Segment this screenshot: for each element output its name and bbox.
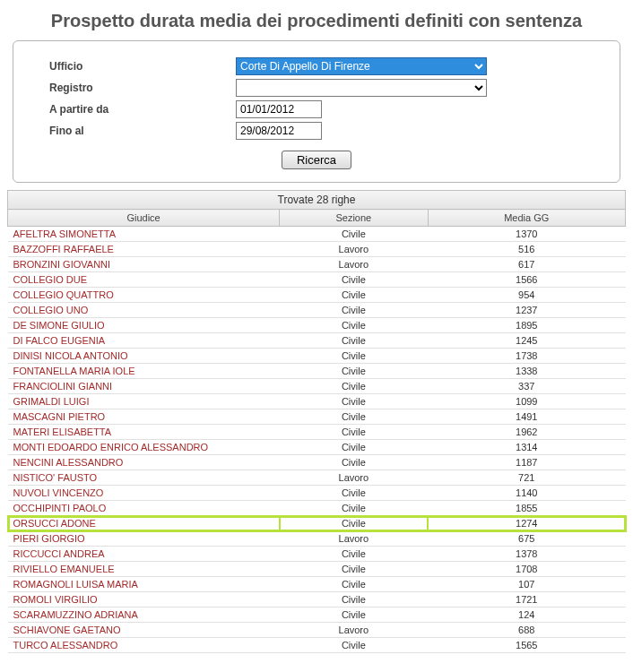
table-row[interactable]: ORSUCCI ADONECivile1274 [8, 516, 626, 531]
table-row[interactable]: AFELTRA SIMONETTACivile1370 [8, 227, 626, 242]
cell-media: 688 [428, 623, 625, 638]
page-title: Prospetto durata media dei procedimenti … [7, 11, 626, 31]
cell-giudice[interactable]: SCARAMUZZINO ADRIANA [8, 607, 280, 623]
table-row[interactable]: OCCHIPINTI PAOLOCivile1855 [8, 501, 626, 516]
table-row[interactable]: DE SIMONE GIULIOCivile1895 [8, 318, 626, 333]
search-button[interactable]: Ricerca [282, 151, 351, 169]
col-header-sezione[interactable]: Sezione [280, 210, 428, 227]
cell-giudice[interactable]: DE SIMONE GIULIO [8, 318, 280, 333]
cell-giudice[interactable]: FONTANELLA MARIA IOLE [8, 364, 280, 379]
cell-giudice[interactable]: NISTICO' FAUSTO [8, 470, 280, 486]
cell-media: 1245 [428, 333, 625, 349]
cell-sezione: Lavoro [280, 531, 428, 547]
cell-media: 107 [428, 577, 625, 592]
table-row[interactable]: COLLEGIO DUECivile1566 [8, 272, 626, 288]
cell-giudice[interactable]: ROMOLI VIRGILIO [8, 592, 280, 607]
table-row[interactable]: FONTANELLA MARIA IOLECivile1338 [8, 364, 626, 379]
cell-giudice[interactable]: MATERI ELISABETTA [8, 425, 280, 440]
cell-giudice[interactable]: FRANCIOLINI GIANNI [8, 379, 280, 394]
table-row[interactable]: PIERI GIORGIOLavoro675 [8, 531, 626, 547]
cell-giudice[interactable]: RIVIELLO EMANUELE [8, 562, 280, 577]
cell-giudice[interactable]: RICCUCCI ANDREA [8, 547, 280, 562]
cell-giudice[interactable]: COLLEGIO UNO [8, 303, 280, 318]
from-label: A partire da [46, 99, 232, 120]
cell-sezione: Civile [280, 592, 428, 607]
table-row[interactable]: COLLEGIO QUATTROCivile954 [8, 288, 626, 303]
ufficio-label: Ufficio [46, 56, 232, 77]
table-row[interactable]: MATERI ELISABETTACivile1962 [8, 425, 626, 440]
cell-giudice[interactable]: MASCAGNI PIETRO [8, 409, 280, 425]
table-row[interactable]: MASCAGNI PIETROCivile1491 [8, 409, 626, 425]
cell-media: 721 [428, 470, 625, 486]
table-row[interactable]: FRANCIOLINI GIANNICivile337 [8, 379, 626, 394]
cell-media: 1721 [428, 592, 625, 607]
cell-sezione: Civile [280, 455, 428, 470]
col-header-giudice[interactable]: Giudice [8, 210, 280, 227]
table-row[interactable]: RICCUCCI ANDREACivile1378 [8, 547, 626, 562]
cell-giudice[interactable]: MONTI EDOARDO ENRICO ALESSANDRO [8, 440, 280, 455]
to-label: Fino al [46, 120, 232, 142]
cell-giudice[interactable]: SCHIAVONE GAETANO [8, 623, 280, 638]
cell-media: 1855 [428, 501, 625, 516]
table-row[interactable]: TURCO ALESSANDROCivile1565 [8, 638, 626, 653]
cell-sezione: Civile [280, 547, 428, 562]
cell-giudice[interactable]: AFELTRA SIMONETTA [8, 227, 280, 242]
cell-sezione: Lavoro [280, 470, 428, 486]
cell-giudice[interactable]: COLLEGIO QUATTRO [8, 288, 280, 303]
cell-media: 1140 [428, 486, 625, 501]
filter-table: Ufficio Corte Di Appello Di Firenze Regi… [46, 56, 587, 142]
cell-giudice[interactable]: TURCO ALESSANDRO [8, 638, 280, 653]
ufficio-select[interactable]: Corte Di Appello Di Firenze [236, 57, 487, 75]
cell-sezione: Civile [280, 349, 428, 364]
cell-sezione: Civile [280, 486, 428, 501]
cell-media: 1738 [428, 349, 625, 364]
cell-giudice[interactable]: DI FALCO EUGENIA [8, 333, 280, 349]
cell-media: 1237 [428, 303, 625, 318]
table-row[interactable]: ROMAGNOLI LUISA MARIACivile107 [8, 577, 626, 592]
cell-giudice[interactable]: DINISI NICOLA ANTONIO [8, 349, 280, 364]
table-row[interactable]: GRIMALDI LUIGICivile1099 [8, 394, 626, 409]
from-date-input[interactable] [236, 100, 322, 118]
table-row[interactable]: DINISI NICOLA ANTONIOCivile1738 [8, 349, 626, 364]
cell-media: 124 [428, 607, 625, 623]
table-row[interactable]: COLLEGIO UNOCivile1237 [8, 303, 626, 318]
registro-select[interactable] [236, 79, 487, 97]
table-row[interactable]: NENCINI ALESSANDROCivile1187 [8, 455, 626, 470]
cell-giudice[interactable]: ROMAGNOLI LUISA MARIA [8, 577, 280, 592]
table-row[interactable]: NISTICO' FAUSTOLavoro721 [8, 470, 626, 486]
cell-giudice[interactable]: PIERI GIORGIO [8, 531, 280, 547]
table-row[interactable]: BAZZOFFI RAFFAELELavoro516 [8, 242, 626, 257]
cell-sezione: Civile [280, 425, 428, 440]
cell-giudice[interactable]: NUVOLI VINCENZO [8, 486, 280, 501]
cell-media: 1370 [428, 227, 625, 242]
table-row[interactable]: RIVIELLO EMANUELECivile1708 [8, 562, 626, 577]
table-row[interactable]: ROMOLI VIRGILIOCivile1721 [8, 592, 626, 607]
cell-sezione: Civile [280, 562, 428, 577]
cell-media: 1099 [428, 394, 625, 409]
cell-media: 675 [428, 531, 625, 547]
cell-sezione: Civile [280, 303, 428, 318]
cell-sezione: Civile [280, 333, 428, 349]
col-header-media[interactable]: Media GG [428, 210, 625, 227]
cell-sezione: Civile [280, 516, 428, 531]
cell-media: 1565 [428, 638, 625, 653]
cell-media: 1708 [428, 562, 625, 577]
table-row[interactable]: SCARAMUZZINO ADRIANACivile124 [8, 607, 626, 623]
table-row[interactable]: BRONZINI GIOVANNILavoro617 [8, 257, 626, 272]
cell-giudice[interactable]: OCCHIPINTI PAOLO [8, 501, 280, 516]
cell-giudice[interactable]: COLLEGIO DUE [8, 272, 280, 288]
table-row[interactable]: SCHIAVONE GAETANOLavoro688 [8, 623, 626, 638]
cell-giudice[interactable]: NENCINI ALESSANDRO [8, 455, 280, 470]
cell-sezione: Civile [280, 318, 428, 333]
cell-giudice[interactable]: BAZZOFFI RAFFAELE [8, 242, 280, 257]
cell-giudice[interactable]: ORSUCCI ADONE [8, 516, 280, 531]
to-date-input[interactable] [236, 122, 322, 140]
table-row[interactable]: DI FALCO EUGENIACivile1245 [8, 333, 626, 349]
cell-giudice[interactable]: BRONZINI GIOVANNI [8, 257, 280, 272]
table-row[interactable]: MONTI EDOARDO ENRICO ALESSANDROCivile131… [8, 440, 626, 455]
table-row[interactable]: NUVOLI VINCENZOCivile1140 [8, 486, 626, 501]
cell-giudice[interactable]: GRIMALDI LUIGI [8, 394, 280, 409]
cell-media: 1314 [428, 440, 625, 455]
cell-media: 1338 [428, 364, 625, 379]
cell-sezione: Civile [280, 288, 428, 303]
